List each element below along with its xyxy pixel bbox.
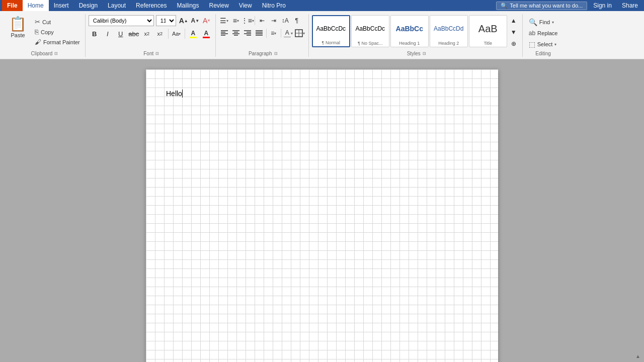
decrease-indent-button[interactable]: ⇤ bbox=[257, 15, 268, 26]
find-label: Find bbox=[539, 19, 550, 25]
layout-menu-item[interactable]: Layout bbox=[103, 0, 131, 11]
paragraph-expand-icon[interactable]: ⊡ bbox=[274, 51, 278, 56]
paste-icon: 📋 bbox=[9, 17, 27, 31]
styles-expand-icon[interactable]: ⊡ bbox=[423, 51, 426, 56]
tell-me-input[interactable]: 🔍 Tell me what you want to do... bbox=[496, 2, 587, 10]
design-menu-item[interactable]: Design bbox=[74, 0, 103, 11]
style-heading2[interactable]: AaBbCcDd Heading 2 bbox=[430, 15, 468, 47]
font-group: Calibri (Body) 11 A▲ A▼ A✕ B I bbox=[86, 14, 216, 57]
paragraph-controls: ☰▾ ≡▾ ⋮≡▾ ⇤ ⇥ bbox=[219, 15, 305, 39]
home-menu-item[interactable]: Home bbox=[23, 0, 49, 11]
underline-button[interactable]: U bbox=[115, 28, 127, 40]
styles-gallery: AaBbCcDc ¶ Normal AaBbCcDc ¶ No Spac... … bbox=[312, 15, 507, 47]
clipboard-group: 📋 Paste ✂ Cut ⎘ Copy 🖌 Format Painter bbox=[2, 14, 86, 57]
style-heading1[interactable]: AaBbCc Heading 1 bbox=[390, 15, 429, 47]
align-left-button[interactable] bbox=[219, 28, 230, 39]
shading-button[interactable]: A ▾ bbox=[283, 28, 294, 39]
select-dropdown-icon: ▾ bbox=[554, 42, 556, 47]
find-icon: 🔍 bbox=[529, 18, 537, 26]
style-no-spacing-preview: AaBbCcDc bbox=[353, 17, 388, 41]
select-button[interactable]: ⬚ Select ▾ bbox=[526, 39, 561, 49]
replace-button[interactable]: ab Replace bbox=[526, 29, 561, 38]
sort-button[interactable]: ↕A bbox=[280, 15, 291, 26]
clear-format-button[interactable]: A✕ bbox=[201, 15, 212, 26]
font-size-select[interactable]: 11 bbox=[156, 15, 176, 26]
strikethrough-button[interactable]: abc bbox=[128, 28, 140, 40]
cut-label: Cut bbox=[42, 19, 51, 25]
increase-font-size-button[interactable]: A▲ bbox=[178, 15, 189, 26]
replace-icon: ab bbox=[529, 30, 535, 37]
subscript-button[interactable]: x2 bbox=[141, 28, 153, 40]
review-menu-item[interactable]: Review bbox=[204, 0, 233, 11]
menu-bar: File Home Insert Design Layout Reference… bbox=[0, 0, 644, 11]
numbering-button[interactable]: ≡▾ bbox=[230, 15, 242, 26]
superscript-button[interactable]: x2 bbox=[154, 28, 166, 40]
text-highlight-button[interactable]: A bbox=[187, 28, 199, 40]
font-row-1: Calibri (Body) 11 A▲ A▼ A✕ bbox=[89, 15, 212, 26]
clipboard-expand-icon[interactable]: ⊡ bbox=[54, 51, 58, 56]
menu-bar-right: 🔍 Tell me what you want to do... Sign in… bbox=[496, 1, 642, 10]
justify-button[interactable] bbox=[254, 28, 265, 39]
styles-scroll-down-button[interactable]: ▼ bbox=[508, 27, 519, 38]
styles-expand-button[interactable]: ⊕ bbox=[508, 38, 519, 49]
increase-indent-button[interactable]: ⇥ bbox=[268, 15, 279, 26]
references-menu-item[interactable]: References bbox=[131, 0, 172, 11]
clipboard-group-label: Clipboard bbox=[29, 50, 54, 57]
style-title[interactable]: AaB Title bbox=[469, 15, 507, 47]
document-container: Hello bbox=[0, 59, 644, 362]
paragraph-group-label: Paragraph bbox=[247, 50, 274, 57]
style-normal-preview: AaBbCcDc bbox=[314, 17, 348, 40]
italic-button[interactable]: I bbox=[102, 28, 114, 40]
text-cursor bbox=[182, 89, 183, 98]
nitropro-menu-item[interactable]: Nitro Pro bbox=[257, 0, 291, 11]
bullets-button[interactable]: ☰▾ bbox=[219, 15, 230, 26]
change-case-button[interactable]: Aa▾ bbox=[171, 28, 183, 40]
copy-icon: ⎘ bbox=[35, 28, 39, 36]
paragraph-row-1: ☰▾ ≡▾ ⋮≡▾ ⇤ ⇥ bbox=[219, 15, 305, 26]
styles-scroll-up-button[interactable]: ▲ bbox=[508, 15, 519, 26]
font-name-select[interactable]: Calibri (Body) bbox=[89, 15, 154, 26]
share-button[interactable]: Share bbox=[618, 1, 642, 10]
style-normal[interactable]: AaBbCcDc ¶ Normal bbox=[312, 15, 350, 47]
show-formatting-marks-button[interactable]: ¶ bbox=[291, 15, 302, 26]
format-painter-button[interactable]: 🖌 Format Painter bbox=[33, 37, 82, 47]
font-expand-icon[interactable]: ⊡ bbox=[155, 51, 159, 56]
font-color-button[interactable]: A bbox=[200, 28, 212, 40]
style-no-spacing[interactable]: AaBbCcDc ¶ No Spac... bbox=[351, 15, 389, 47]
decrease-font-size-button[interactable]: A▼ bbox=[190, 15, 201, 26]
file-menu-item[interactable]: File bbox=[2, 0, 23, 11]
mailings-menu-item[interactable]: Mailings bbox=[172, 0, 204, 11]
style-no-spacing-name: ¶ No Spac... bbox=[358, 41, 382, 46]
document-content[interactable]: Hello bbox=[166, 89, 478, 98]
cut-button[interactable]: ✂ Cut bbox=[33, 17, 82, 27]
sign-in-button[interactable]: Sign in bbox=[589, 1, 616, 10]
style-title-name: Title bbox=[484, 41, 492, 46]
font-size-buttons: A▲ A▼ A✕ bbox=[178, 15, 212, 26]
styles-scroll-buttons: ▲ ▼ ⊕ bbox=[508, 15, 519, 49]
find-button[interactable]: 🔍 Find ▾ bbox=[526, 17, 561, 27]
borders-button[interactable]: ▾ bbox=[294, 28, 305, 39]
font-controls: Calibri (Body) 11 A▲ A▼ A✕ B I bbox=[89, 15, 212, 40]
editing-group-label: Editing bbox=[533, 50, 553, 57]
align-center-button[interactable] bbox=[230, 28, 242, 39]
style-normal-name: ¶ Normal bbox=[322, 40, 340, 45]
document-page[interactable]: Hello bbox=[146, 69, 498, 362]
multilevel-list-button[interactable]: ⋮≡▾ bbox=[242, 15, 253, 26]
bold-button[interactable]: B bbox=[89, 28, 101, 40]
paste-button[interactable]: 📋 Paste bbox=[5, 15, 31, 40]
paragraph-group-content: ☰▾ ≡▾ ⋮≡▾ ⇤ ⇥ bbox=[219, 14, 305, 49]
collapse-ribbon-button[interactable]: ▲ bbox=[634, 352, 642, 360]
view-menu-item[interactable]: View bbox=[234, 0, 257, 11]
align-right-button[interactable] bbox=[242, 28, 253, 39]
insert-menu-item[interactable]: Insert bbox=[49, 0, 74, 11]
document-text[interactable]: Hello bbox=[166, 89, 478, 98]
paste-label: Paste bbox=[11, 32, 25, 38]
style-heading2-preview: AaBbCcDd bbox=[431, 17, 466, 41]
document-grid bbox=[146, 69, 498, 362]
copy-button[interactable]: ⎘ Copy bbox=[33, 27, 82, 37]
select-icon: ⬚ bbox=[529, 40, 535, 48]
line-spacing-button[interactable]: ≡▾ bbox=[268, 28, 279, 39]
editing-group-content: 🔍 Find ▾ ab Replace ⬚ Select ▾ bbox=[526, 14, 561, 49]
clipboard-group-content: 📋 Paste ✂ Cut ⎘ Copy 🖌 Format Painter bbox=[5, 14, 82, 49]
font-group-label: Font bbox=[141, 50, 155, 57]
